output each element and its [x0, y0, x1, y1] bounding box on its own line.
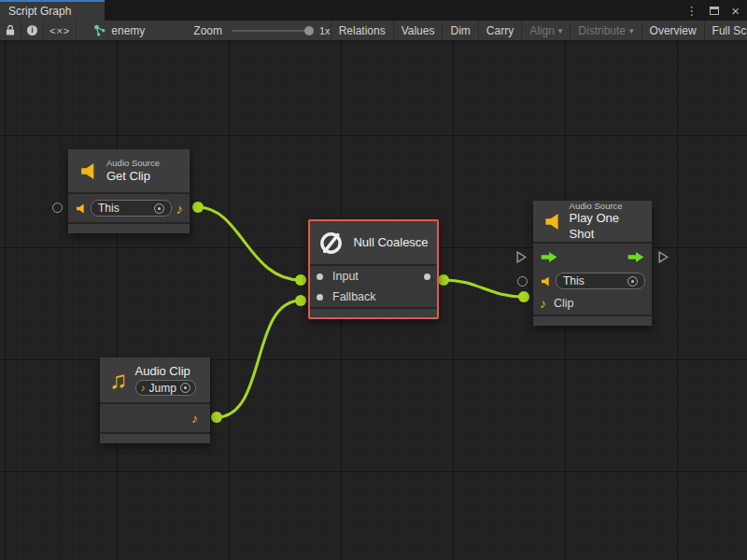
fallback-port-row: Fallback: [310, 287, 437, 307]
node-header[interactable]: ♫ Audio Clip ♪ Jump: [100, 357, 210, 402]
align-button[interactable]: Align▾: [521, 21, 570, 40]
node-header[interactable]: Audio Source Play One Shot: [533, 201, 652, 242]
input-port-row: Input: [310, 266, 437, 287]
node-category: Audio Source: [570, 201, 642, 211]
node-footer: [68, 224, 190, 233]
wire-nullcoalesce-to-clip[interactable]: [444, 280, 524, 297]
port-clip-connected[interactable]: [518, 291, 529, 302]
object-picker-icon[interactable]: [180, 383, 190, 393]
node-null-coalesce[interactable]: Null Coalesce Input Fallback: [308, 219, 439, 319]
node-header[interactable]: Audio Source Get Clip: [68, 149, 190, 192]
window-menu-icon[interactable]: ⋮: [685, 5, 698, 17]
code-icon: <×>: [49, 25, 70, 36]
node-play-one-shot[interactable]: Audio Source Play One Shot This: [533, 201, 652, 326]
node-footer: [533, 316, 652, 326]
chevron-down-icon: ▾: [629, 26, 634, 35]
script-graph-window: Script Graph ⋮ × i <×> enemy: [0, 0, 747, 560]
flow-out-arrow-icon[interactable]: [627, 251, 645, 263]
wire-getclip-to-input[interactable]: [198, 207, 301, 280]
window-controls: ⋮ ×: [685, 0, 747, 21]
tab-script-graph[interactable]: Script Graph: [0, 0, 105, 21]
node-audio-clip[interactable]: ♫ Audio Clip ♪ Jump ♪: [100, 357, 210, 443]
this-field-value: This: [563, 274, 622, 287]
relations-button[interactable]: Relations: [331, 21, 393, 40]
input-port-dot[interactable]: [317, 273, 323, 280]
flow-in-arrow-icon[interactable]: [540, 251, 558, 263]
object-picker-icon[interactable]: [627, 276, 638, 287]
input-port-label: Input: [332, 270, 359, 283]
audio-source-icon: [75, 203, 86, 214]
zoom-slider[interactable]: [232, 30, 312, 32]
node-footer: [100, 434, 210, 443]
node-category: Audio Source: [106, 158, 160, 168]
lock-button[interactable]: [0, 21, 21, 40]
node-header[interactable]: Null Coalesce: [310, 221, 437, 264]
clip-note-icon: ♪: [540, 296, 546, 311]
close-icon[interactable]: ×: [731, 4, 740, 18]
node-port-row: ♪: [100, 404, 210, 432]
flow-in-triangle[interactable]: [516, 251, 527, 263]
zoom-value: 1x: [319, 25, 331, 36]
zoom-label: Zoom: [193, 24, 222, 37]
this-object-field[interactable]: This: [91, 200, 172, 217]
chevron-down-icon: ▾: [558, 26, 563, 35]
flow-out-triangle[interactable]: [658, 251, 669, 263]
node-title: Null Coalesce: [353, 235, 428, 250]
this-object-field[interactable]: This: [556, 273, 645, 289]
port-input-connected[interactable]: [295, 274, 306, 286]
zoom-slider-handle[interactable]: [304, 26, 314, 35]
flow-port-row: [533, 244, 652, 270]
output-port-dot[interactable]: [424, 273, 430, 280]
this-port-circle[interactable]: [52, 203, 63, 213]
port-audioclip-output[interactable]: [211, 412, 222, 423]
wire-audioclip-to-fallback[interactable]: [217, 301, 301, 417]
distribute-button[interactable]: Distribute▾: [570, 21, 641, 40]
null-coalesce-icon: [318, 231, 344, 256]
clip-port-label: Clip: [554, 297, 574, 310]
carry-button[interactable]: Carry: [478, 21, 521, 40]
this-field-value: This: [98, 202, 148, 215]
node-title: Play One Shot: [570, 211, 642, 242]
variable-name: Jump: [149, 382, 176, 395]
this-port-circle[interactable]: [517, 276, 528, 287]
tab-label: Script Graph: [8, 5, 71, 18]
fullscreen-button[interactable]: Full Screen: [704, 21, 747, 40]
dim-button[interactable]: Dim: [442, 21, 477, 40]
this-port-row: This: [533, 270, 652, 292]
note-icon: ♪: [141, 383, 146, 393]
maximize-icon[interactable]: [710, 7, 719, 15]
audio-source-icon: [543, 213, 562, 231]
node-title: Audio Clip: [135, 364, 196, 379]
values-button[interactable]: Values: [393, 21, 443, 40]
fallback-port-label: Fallback: [332, 290, 376, 303]
tab-bar: Script Graph ⋮ ×: [0, 0, 747, 21]
node-port-row: This ♪: [68, 194, 190, 222]
object-picker-icon[interactable]: [154, 203, 164, 214]
graph-canvas[interactable]: Audio Source Get Clip This ♪ ♫: [0, 41, 747, 560]
graph-toolbar: i <×> enemy Zoom 1x Relations Values Dim…: [0, 21, 747, 41]
clip-port-row: ♪ Clip: [533, 292, 652, 315]
zoom-control: Zoom 1x: [193, 21, 330, 40]
graph-icon: [93, 24, 106, 37]
inspect-button[interactable]: i: [21, 21, 44, 40]
graph-breadcrumb[interactable]: enemy: [93, 21, 145, 40]
info-icon: i: [27, 25, 37, 35]
audio-source-icon: [540, 276, 551, 287]
node-title: Get Clip: [106, 169, 160, 184]
port-nullcoalesce-output[interactable]: [438, 274, 449, 286]
fallback-port-dot[interactable]: [317, 294, 323, 301]
graph-name-label: enemy: [111, 24, 145, 37]
port-fallback-connected[interactable]: [295, 295, 306, 306]
port-getclip-output[interactable]: [192, 202, 204, 213]
audio-clip-output-icon: ♪: [176, 201, 184, 217]
audio-clip-icon: ♫: [109, 368, 128, 392]
audio-clip-output-icon: ♪: [191, 411, 198, 426]
audio-source-icon: [78, 162, 98, 180]
lock-icon: [6, 24, 15, 36]
toolbar-buttons: Relations Values Dim Carry Align▾ Distri…: [331, 21, 747, 40]
node-footer: [310, 309, 437, 317]
node-get-clip[interactable]: Audio Source Get Clip This ♪: [68, 149, 190, 233]
overview-button[interactable]: Overview: [641, 21, 704, 40]
edit-source-button[interactable]: <×>: [44, 21, 77, 40]
variable-field[interactable]: ♪ Jump: [135, 380, 196, 396]
